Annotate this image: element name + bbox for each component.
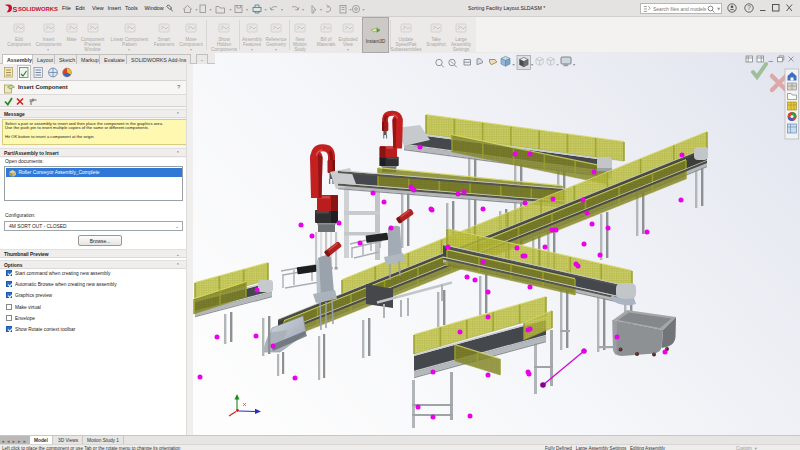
- svg-text:▾: ▾: [246, 7, 248, 12]
- svg-text:▾: ▾: [196, 7, 198, 12]
- svg-text:▾: ▾: [573, 62, 576, 67]
- svg-text:▾: ▾: [363, 7, 365, 12]
- svg-text:▾: ▾: [265, 7, 267, 12]
- svg-text:▾: ▾: [230, 7, 232, 12]
- svg-text:▾: ▾: [531, 62, 534, 67]
- svg-text:?: ?: [747, 4, 751, 11]
- svg-text:▾: ▾: [302, 7, 304, 12]
- svg-text:▾: ▾: [557, 62, 560, 67]
- svg-text:▾: ▾: [281, 7, 283, 12]
- svg-text:▾: ▾: [320, 7, 322, 12]
- svg-text:▾: ▾: [350, 7, 352, 12]
- svg-text:▾: ▾: [210, 7, 212, 12]
- svg-text:▾: ▾: [513, 62, 516, 67]
